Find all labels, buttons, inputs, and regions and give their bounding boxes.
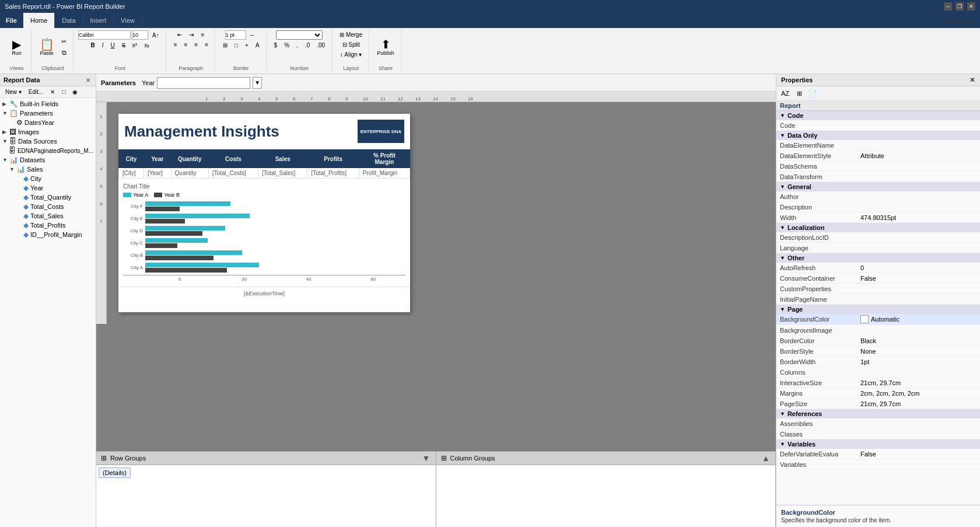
section-general-header[interactable]: ▼ General xyxy=(776,182,980,191)
split-btn[interactable]: ⊟ Split xyxy=(340,40,363,49)
year-param-input[interactable] xyxy=(157,77,250,89)
align-right-btn[interactable]: ≡ xyxy=(191,40,201,49)
font-increase-btn[interactable]: A↑ xyxy=(149,30,162,40)
chart-area: Chart Title Year A Year B xyxy=(118,179,410,287)
tree-total-quantity[interactable]: ◆ Total_Quantity xyxy=(0,193,96,202)
align-layout-btn[interactable]: ↕ Align ▾ xyxy=(337,50,365,59)
canvas-area[interactable]: 1 2 3 4 5 6 7 8 9 10 11 12 13 14 15 16 xyxy=(96,92,776,451)
copy-button[interactable]: ⧉ xyxy=(58,48,69,58)
tree-edna[interactable]: 🗄 EDNAPaginatedReports_M... xyxy=(0,146,96,155)
delete-btn[interactable]: ✕ xyxy=(47,88,58,96)
tree-datasources[interactable]: ▼ 🗄 Data Sources xyxy=(0,137,96,146)
percent-btn[interactable]: % xyxy=(281,41,292,50)
section-data-only-header[interactable]: ▼ Data Only xyxy=(776,131,980,140)
prop-initial-page-name: InitialPageName xyxy=(776,294,980,305)
properties-close-btn[interactable]: ✕ xyxy=(970,76,975,84)
number-format-select[interactable] xyxy=(276,30,323,40)
tree-id-profit-margin[interactable]: ◆ ID__Profit_Margin xyxy=(0,230,96,239)
tree-total-profits[interactable]: ◆ Total_Profits xyxy=(0,221,96,230)
tree-total-sales[interactable]: ◆ Total_Sales xyxy=(0,211,96,221)
prop-sort-cat-btn[interactable]: ⊞ xyxy=(793,88,806,99)
ribbon-group-font: A↑ B I U S̶ x² x₂ Font xyxy=(75,29,166,72)
ribbon-group-paragraph: ⇤ ⇥ ≡ ≡ ≡ ≡ ≡ Paragraph xyxy=(167,29,215,72)
tab-view[interactable]: View xyxy=(114,13,142,28)
tab-insert[interactable]: Insert xyxy=(83,13,114,28)
run-button[interactable]: ▶ Run xyxy=(6,37,27,58)
minimize-btn[interactable]: ─ xyxy=(944,2,952,11)
border-outer-btn[interactable]: □ xyxy=(232,41,241,50)
prop-pages-btn[interactable]: 📄 xyxy=(807,88,820,99)
publish-button[interactable]: ⬆ Publish xyxy=(374,37,397,58)
italic-btn[interactable]: I xyxy=(99,41,107,50)
report-page: Management Insights ENTERPRISE DNA City … xyxy=(118,114,410,312)
section-page-header[interactable]: ▼ Page xyxy=(776,305,980,314)
refresh-btn[interactable]: ◉ xyxy=(69,88,80,96)
border-width-input[interactable] xyxy=(225,30,246,40)
tree-total-costs[interactable]: ◆ Total_Costs xyxy=(0,202,96,211)
app-title: Sales Report.rdl - Power BI Report Build… xyxy=(5,3,125,10)
cell-city: [City] xyxy=(119,168,144,179)
border-style-btn[interactable]: ─ xyxy=(247,31,257,40)
properties-header: Properties ✕ xyxy=(776,74,980,86)
col-groups-header: ⊞ Column Groups ▲ xyxy=(436,452,776,465)
cut-button[interactable]: ✂ xyxy=(58,37,69,47)
currency-btn[interactable]: $ xyxy=(271,41,281,50)
section-localization-header[interactable]: ▼ Localization xyxy=(776,223,980,232)
comma-btn[interactable]: , xyxy=(293,41,301,50)
indent-decrease-btn[interactable]: ⇤ xyxy=(174,30,185,39)
paste-button[interactable]: 📋 Paste xyxy=(36,37,57,58)
details-group-item[interactable]: (Details) xyxy=(99,467,131,478)
tree-year[interactable]: ◆ Year xyxy=(0,183,96,193)
align-justify-btn[interactable]: ≡ xyxy=(202,40,211,49)
close-btn[interactable]: ✕ xyxy=(967,2,975,11)
tree-images[interactable]: ▶ 🖼 Images xyxy=(0,127,96,137)
prop-sort-alpha-btn[interactable]: AZ xyxy=(779,88,792,99)
edit-btn[interactable]: Edit... xyxy=(26,88,47,96)
col-groups-collapse-btn[interactable]: ▲ xyxy=(761,453,771,463)
decimal-increase-btn[interactable]: .0 xyxy=(302,41,313,50)
restore-btn[interactable]: ❐ xyxy=(956,2,964,11)
tree-datesyear[interactable]: ⚙ DatesYear xyxy=(0,118,96,127)
year-param-dropdown[interactable]: ▼ xyxy=(253,77,262,89)
row-groups-collapse-btn[interactable]: ▼ xyxy=(422,453,431,463)
canvas-content: 1 2 3 4 5 6 7 Management Insights xyxy=(96,102,776,324)
bold-btn[interactable]: B xyxy=(88,41,98,50)
col-costs: Costs xyxy=(208,150,258,168)
strikethrough-btn[interactable]: S̶ xyxy=(119,41,128,50)
tab-data[interactable]: Data xyxy=(55,13,83,28)
section-other-header[interactable]: ▼ Other xyxy=(776,253,980,263)
new-btn[interactable]: New ▾ xyxy=(2,88,24,96)
indent-increase-btn[interactable]: ⇥ xyxy=(186,30,197,39)
border-all-btn[interactable]: ⊞ xyxy=(220,41,230,50)
list-btn[interactable]: ≡ xyxy=(198,30,207,39)
section-references-header[interactable]: ▼ References xyxy=(776,409,980,418)
tree-city[interactable]: ◆ City xyxy=(0,174,96,183)
tab-home[interactable]: Home xyxy=(23,13,55,28)
merge-btn[interactable]: ⊞ Merge xyxy=(337,30,365,39)
tree-built-in-fields[interactable]: ▶ 🔧 Built-in Fields xyxy=(0,99,96,109)
tree-sales[interactable]: ▼ 📊 Sales xyxy=(0,165,96,174)
subscript-btn[interactable]: x₂ xyxy=(141,41,152,50)
prop-defer-variable: DeferVariableEvalua False xyxy=(776,449,980,459)
tree-parameters[interactable]: ▼ 📋 Parameters xyxy=(0,109,96,118)
section-variables-header[interactable]: ▼ Variables xyxy=(776,439,980,449)
underline-btn[interactable]: U xyxy=(108,41,118,50)
section-code-header[interactable]: ▼ Code xyxy=(776,111,980,120)
font-family-input[interactable] xyxy=(78,30,131,40)
decimal-decrease-btn[interactable]: .00 xyxy=(314,41,328,50)
border-color-btn[interactable]: A xyxy=(253,41,262,50)
align-center-btn[interactable]: ≡ xyxy=(181,40,191,49)
align-left-btn[interactable]: ≡ xyxy=(171,40,180,49)
border-inner-btn[interactable]: + xyxy=(242,41,251,50)
report-table: City Year Quantity Costs Sales Profits %… xyxy=(118,149,410,179)
up-btn[interactable]: □ xyxy=(59,88,68,96)
panel-close-btn[interactable]: ✕ xyxy=(84,76,92,84)
prop-background-color[interactable]: BackgroundColor Automatic xyxy=(776,314,980,325)
font-size-input[interactable] xyxy=(132,30,148,40)
tab-file[interactable]: File xyxy=(0,13,23,28)
paste-label: Paste xyxy=(40,50,53,56)
tree-datasets[interactable]: ▼ 📊 Datasets xyxy=(0,155,96,165)
row-groups-panel: ⊞ Row Groups ▼ (Details) xyxy=(96,452,436,527)
paragraph-group-label: Paragraph xyxy=(178,64,203,71)
superscript-btn[interactable]: x² xyxy=(130,41,140,50)
